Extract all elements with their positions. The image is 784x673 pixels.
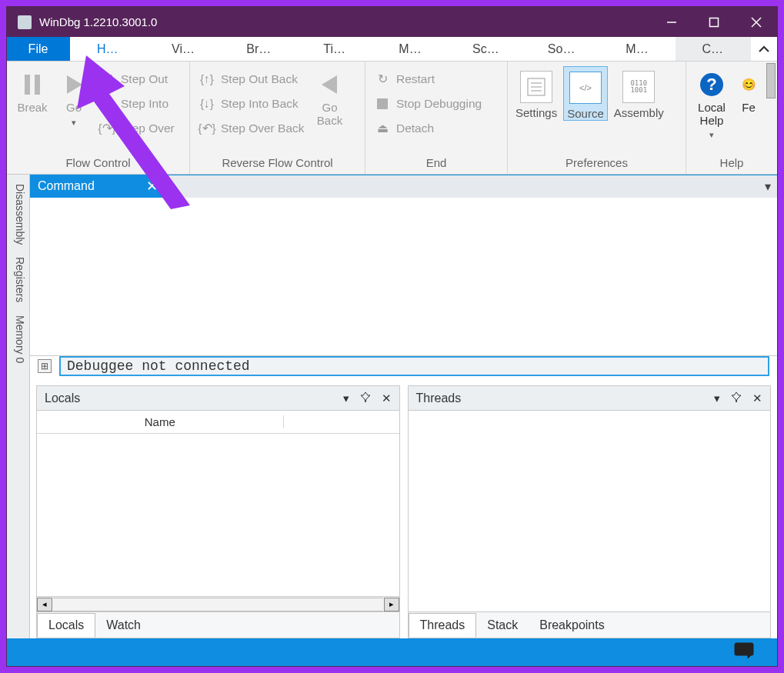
detach-label: Detach: [396, 122, 434, 135]
step-out-button[interactable]: {↑} Step Out: [95, 69, 179, 89]
side-tab-disassembly[interactable]: Disassembly: [7, 178, 29, 251]
side-tab-memory[interactable]: Memory 0: [7, 309, 29, 369]
step-into-back-icon: {↓}: [199, 96, 215, 112]
scroll-right-icon[interactable]: ▸: [384, 598, 399, 611]
tab-view[interactable]: Vi…: [145, 37, 221, 61]
step-into-icon: {↓}: [99, 96, 115, 112]
stop-debugging-button[interactable]: Stop Debugging: [370, 94, 486, 114]
threads-tab-stack[interactable]: Stack: [476, 614, 529, 637]
maximize-button[interactable]: [692, 7, 735, 37]
close-button[interactable]: [735, 7, 777, 37]
settings-label: Settings: [515, 106, 557, 119]
go-back-button[interactable]: Go Back: [309, 66, 351, 127]
restart-icon: ↻: [375, 72, 390, 87]
break-label: Break: [17, 102, 47, 115]
command-input[interactable]: [59, 356, 769, 376]
chevron-down-icon: ▾: [72, 118, 76, 127]
tab-timelines[interactable]: Ti…: [297, 37, 372, 61]
step-into-back-button[interactable]: {↓} Step Into Back: [195, 94, 309, 114]
command-close-button[interactable]: ✕: [146, 178, 158, 195]
minimize-button[interactable]: [650, 7, 692, 37]
scroll-left-icon[interactable]: ◂: [37, 598, 52, 611]
locals-col-name[interactable]: Name: [37, 415, 284, 428]
ribbon-group-reverse-flow: {↑} Step Out Back {↓} Step Into Back {↶}…: [190, 62, 365, 174]
locals-tab-watch[interactable]: Watch: [95, 614, 152, 637]
side-tabstrip: Disassembly Registers Memory 0: [7, 175, 30, 638]
threads-pin-button[interactable]: [731, 391, 742, 405]
restart-label: Restart: [396, 72, 435, 86]
ribbon-collapse-button[interactable]: [751, 37, 777, 61]
scroll-track[interactable]: [53, 598, 383, 611]
locals-pane: Locals ▾ ✕ Name: [36, 385, 400, 638]
titlebar: WinDbg 1.2210.3001.0: [7, 7, 777, 37]
tab-source[interactable]: So…: [524, 37, 599, 61]
command-panel-tab[interactable]: Command ✕: [30, 175, 165, 198]
tab-home[interactable]: H…: [70, 37, 145, 61]
command-panel-tools: ▾: [165, 175, 777, 198]
command-mode-toggle[interactable]: ⊞: [38, 359, 52, 373]
step-out-back-button[interactable]: {↑} Step Out Back: [195, 69, 309, 89]
step-out-back-icon: {↑}: [199, 72, 215, 87]
locals-pin-button[interactable]: [360, 391, 371, 405]
ribbon-group-flow-control: Break Go ▾ {↑} Step Out {↓}: [7, 62, 190, 174]
panel-options-button[interactable]: ▾: [765, 179, 771, 194]
locals-tabs: Locals Watch: [37, 611, 399, 638]
step-over-back-label: Step Over Back: [221, 122, 305, 135]
source-toggle[interactable]: </> Source: [563, 66, 608, 121]
minimize-icon: [666, 17, 677, 28]
main-area: Command ✕ ▾ ⊞ Locals ▾: [30, 175, 777, 638]
svg-rect-1: [709, 18, 718, 26]
go-label: Go: [66, 102, 82, 115]
break-button[interactable]: Break: [12, 66, 53, 115]
ribbon-group-preferences: Settings </> Source 01101001 Assembly Pr…: [508, 62, 686, 174]
threads-close-button[interactable]: ✕: [752, 391, 762, 405]
locals-table-header: Name: [37, 411, 399, 434]
window-controls: [650, 7, 777, 37]
side-tab-registers[interactable]: Registers: [7, 251, 29, 308]
tab-breakpoints[interactable]: Br…: [222, 37, 297, 61]
tab-memory[interactable]: M…: [599, 37, 675, 61]
ribbon-group-end: ↻ Restart Stop Debugging ⏏ Detach: [365, 62, 508, 174]
go-back-label: Go Back: [317, 102, 342, 127]
step-over-back-button[interactable]: {↶} Step Over Back: [195, 118, 309, 138]
svg-rect-15: [735, 643, 753, 655]
go-button[interactable]: Go ▾: [53, 66, 95, 127]
detach-icon: ⏏: [375, 121, 390, 136]
locals-scrollbar[interactable]: ◂ ▸: [37, 596, 399, 611]
ribbon-group-help: ? Local Help ▾ 😊 Fe Help: [686, 62, 777, 174]
step-out-label: Step Out: [121, 72, 168, 86]
assembly-toggle[interactable]: 01101001 Assembly: [611, 66, 667, 119]
locals-body: [37, 434, 399, 596]
step-over-button[interactable]: {↷} Step Over: [95, 118, 179, 138]
threads-dropdown-button[interactable]: ▾: [714, 391, 720, 405]
window-title: WinDbg 1.2210.3001.0: [39, 15, 650, 28]
tab-command[interactable]: C…: [676, 37, 751, 61]
help-caption: Help: [691, 155, 772, 174]
locals-title: Locals: [45, 391, 80, 405]
ribbon-scroll-thumb[interactable]: [766, 63, 776, 98]
ribbon: Break Go ▾ {↑} Step Out {↓}: [7, 62, 777, 175]
locals-close-button[interactable]: ✕: [382, 391, 392, 405]
locals-dropdown-button[interactable]: ▾: [343, 391, 349, 405]
tab-model[interactable]: M…: [372, 37, 448, 61]
local-help-button[interactable]: ? Local Help ▾: [691, 66, 732, 139]
restart-button[interactable]: ↻ Restart: [370, 69, 486, 89]
step-into-label: Step Into: [121, 97, 168, 111]
threads-tab-breakpoints[interactable]: Breakpoints: [529, 614, 616, 637]
settings-icon: [520, 71, 552, 103]
detach-button[interactable]: ⏏ Detach: [370, 118, 486, 138]
pause-icon: [18, 71, 46, 98]
locals-tab-locals[interactable]: Locals: [37, 613, 95, 638]
tab-scripting[interactable]: Sc…: [449, 37, 524, 61]
feedback-button[interactable]: 😊 Fe: [737, 66, 760, 115]
tab-file[interactable]: File: [7, 37, 70, 61]
status-feedback-button[interactable]: [734, 642, 754, 662]
step-into-button[interactable]: {↓} Step Into: [95, 94, 179, 114]
assembly-label: Assembly: [614, 106, 664, 119]
svg-rect-8: [377, 98, 388, 109]
threads-tab-threads[interactable]: Threads: [409, 613, 477, 638]
settings-button[interactable]: Settings: [512, 66, 560, 119]
preferences-caption: Preferences: [512, 155, 681, 174]
stop-label: Stop Debugging: [396, 97, 482, 111]
command-input-row: ⊞: [30, 356, 777, 381]
